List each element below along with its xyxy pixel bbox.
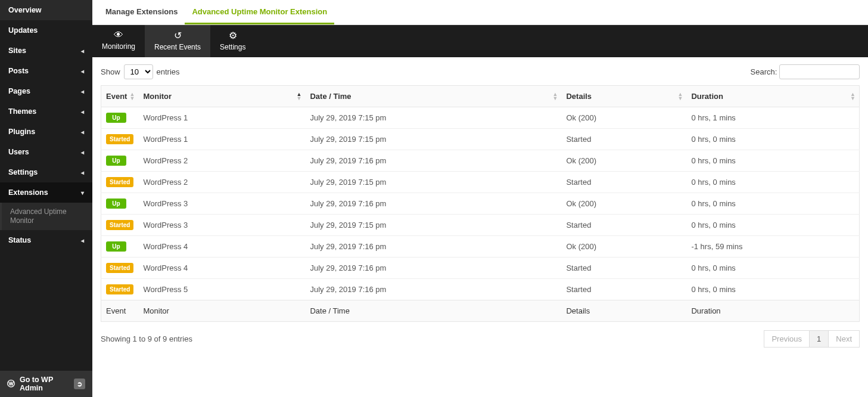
- cell-datetime: July 29, 2019 7:16 pm: [305, 236, 561, 258]
- sidebar-footer[interactable]: ⓦ Go to WP Admin ➲: [0, 371, 92, 397]
- sidebar-item-label: Plugins: [8, 128, 35, 136]
- col-header-duration[interactable]: Duration▲▼: [686, 86, 859, 107]
- pager-next[interactable]: Next: [828, 330, 860, 348]
- cell-details: Ok (200): [561, 107, 686, 129]
- gear-icon: ⚙: [220, 30, 245, 41]
- sidebar-item-label: Users: [8, 148, 29, 156]
- sidebar-item-label: Sites: [8, 46, 26, 55]
- status-badge: Up: [106, 199, 126, 209]
- sort-icon: ▲▼: [678, 92, 683, 101]
- sidebar-item-posts[interactable]: Posts◂: [0, 61, 92, 81]
- caret-left-icon: ◂: [81, 237, 84, 244]
- caret-left-icon: ◂: [81, 88, 84, 95]
- cell-monitor: WordPress 1: [138, 129, 305, 150]
- table-controls: Show 10 entries Search:: [101, 64, 860, 79]
- cell-monitor: WordPress 4: [138, 236, 305, 258]
- cell-duration: 0 hrs, 0 mins: [686, 172, 859, 193]
- search-input[interactable]: [779, 64, 860, 79]
- subnav-monitoring[interactable]: 👁 Monitoring: [92, 25, 145, 57]
- cell-duration: 0 hrs, 1 mins: [686, 107, 859, 129]
- entries-per-page-select[interactable]: 10: [124, 64, 153, 79]
- cell-details: Started: [561, 258, 686, 279]
- history-icon: ↺: [154, 30, 201, 41]
- table-row: UpWordPress 3July 29, 2019 7:16 pmOk (20…: [101, 193, 860, 215]
- cell-datetime: July 29, 2019 7:16 pm: [305, 193, 561, 215]
- table-info: Showing 1 to 9 of 9 entries: [101, 334, 192, 343]
- sidebar-item-label: Status: [8, 236, 31, 244]
- cell-details: Started: [561, 172, 686, 193]
- sidebar-item-label: Overview: [8, 6, 42, 14]
- sidebar-item-plugins[interactable]: Plugins◂: [0, 122, 92, 142]
- sidebar: OverviewUpdatesSites◂Posts◂Pages◂Themes◂…: [0, 0, 92, 397]
- col-footer-datetime: Date / Time: [305, 300, 561, 322]
- cell-monitor: WordPress 2: [138, 150, 305, 172]
- pager-previous[interactable]: Previous: [764, 330, 810, 348]
- tab-1[interactable]: Advanced Uptime Monitor Extension: [185, 0, 334, 24]
- sidebar-item-status[interactable]: Status ◂: [0, 230, 92, 250]
- sidebar-item-extensions[interactable]: Extensions ▾: [0, 182, 92, 203]
- top-tabbar: Manage ExtensionsAdvanced Uptime Monitor…: [92, 0, 868, 25]
- table-row: StartedWordPress 1July 29, 2019 7:15 pmS…: [101, 129, 860, 150]
- subnav-settings[interactable]: ⚙ Settings: [210, 25, 255, 57]
- sidebar-item-label: Extensions: [8, 188, 48, 197]
- cell-duration: 0 hrs, 0 mins: [686, 193, 859, 215]
- sidebar-item-themes[interactable]: Themes◂: [0, 101, 92, 122]
- sidebar-item-overview[interactable]: Overview: [0, 0, 92, 20]
- subnav-label: Recent Events: [154, 43, 201, 51]
- table-row: UpWordPress 4July 29, 2019 7:16 pmOk (20…: [101, 236, 860, 258]
- cell-duration: 0 hrs, 0 mins: [686, 150, 859, 172]
- sidebar-item-updates[interactable]: Updates: [0, 20, 92, 41]
- eye-icon: 👁: [102, 30, 135, 41]
- sidebar-item-users[interactable]: Users◂: [0, 142, 92, 162]
- show-suffix: entries: [157, 67, 180, 76]
- cell-details: Started: [561, 215, 686, 236]
- caret-down-icon: ▾: [81, 190, 84, 196]
- col-header-monitor[interactable]: Monitor▲▼: [138, 86, 305, 107]
- col-footer-details: Details: [561, 300, 686, 322]
- cell-duration: 0 hrs, 0 mins: [686, 258, 859, 279]
- sort-icon: ▲▼: [850, 92, 855, 101]
- sidebar-item-settings[interactable]: Settings◂: [0, 162, 92, 182]
- sidebar-item-label: Themes: [8, 107, 36, 116]
- subnav-bar: 👁 Monitoring ↺ Recent Events ⚙ Settings: [92, 25, 868, 57]
- status-badge: Started: [106, 263, 133, 273]
- table-row: StartedWordPress 3July 29, 2019 7:15 pmS…: [101, 215, 860, 236]
- status-badge: Up: [106, 156, 126, 166]
- cell-duration: 0 hrs, 0 mins: [686, 215, 859, 236]
- status-badge: Up: [106, 241, 126, 252]
- caret-left-icon: ◂: [81, 48, 84, 54]
- cell-datetime: July 29, 2019 7:15 pm: [305, 107, 561, 129]
- caret-left-icon: ◂: [81, 129, 84, 135]
- col-header-datetime[interactable]: Date / Time▲▼: [305, 86, 561, 107]
- show-prefix: Show: [101, 67, 120, 76]
- col-header-details[interactable]: Details▲▼: [561, 86, 686, 107]
- caret-left-icon: ◂: [81, 68, 84, 75]
- status-badge: Up: [106, 113, 126, 123]
- status-badge: Started: [106, 177, 133, 187]
- caret-left-icon: ◂: [81, 169, 84, 176]
- cell-datetime: July 29, 2019 7:15 pm: [305, 215, 561, 236]
- col-footer-monitor: Monitor: [138, 300, 305, 322]
- events-table: Event▲▼ Monitor▲▼ Date / Time▲▼ Details▲…: [101, 85, 860, 322]
- subnav-label: Settings: [220, 43, 245, 51]
- pager-page-1[interactable]: 1: [809, 330, 829, 348]
- subnav-label: Monitoring: [102, 42, 135, 51]
- wordpress-icon: ⓦ: [7, 379, 15, 389]
- tab-0[interactable]: Manage Extensions: [98, 0, 185, 24]
- sidebar-subitem-advanced-uptime-monitor[interactable]: Advanced Uptime Monitor: [0, 203, 92, 230]
- cell-monitor: WordPress 3: [138, 215, 305, 236]
- sidebar-item-label: Settings: [8, 168, 38, 176]
- subnav-recent-events[interactable]: ↺ Recent Events: [145, 25, 210, 57]
- cell-details: Ok (200): [561, 150, 686, 172]
- external-link-icon[interactable]: ➲: [74, 379, 85, 389]
- sidebar-item-sites[interactable]: Sites◂: [0, 41, 92, 61]
- caret-left-icon: ◂: [81, 108, 84, 115]
- cell-datetime: July 29, 2019 7:16 pm: [305, 279, 561, 300]
- cell-duration: -1 hrs, 59 mins: [686, 236, 859, 258]
- cell-monitor: WordPress 2: [138, 172, 305, 193]
- cell-monitor: WordPress 3: [138, 193, 305, 215]
- sidebar-item-pages[interactable]: Pages◂: [0, 81, 92, 101]
- col-footer-event: Event: [101, 300, 139, 322]
- col-header-event[interactable]: Event▲▼: [101, 86, 139, 107]
- cell-details: Ok (200): [561, 236, 686, 258]
